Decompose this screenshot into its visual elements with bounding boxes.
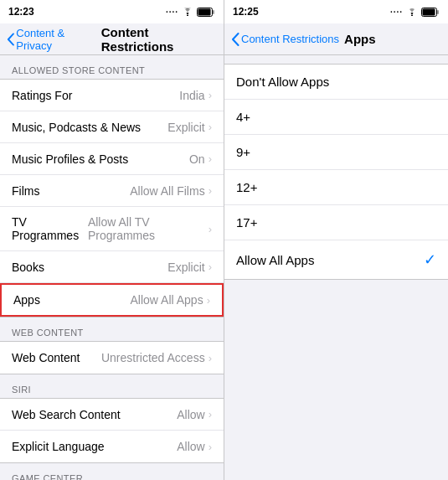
status-bar-right: 12:25 ···· bbox=[224, 0, 448, 23]
chevron-icon: › bbox=[209, 121, 212, 133]
signal-dots-right: ···· bbox=[390, 8, 403, 17]
chevron-icon: › bbox=[207, 294, 210, 307]
item-value-tv: Allow All TV Programmes › bbox=[88, 215, 212, 242]
section-header-3: GAME CENTER bbox=[0, 463, 224, 480]
section-header-2: SIRI bbox=[0, 374, 224, 398]
item-label-web-content: Web Content bbox=[12, 351, 80, 364]
apps-option-allow-all[interactable]: Allow All Apps ✓ bbox=[224, 240, 448, 279]
apps-option-label-3: 12+ bbox=[236, 180, 257, 194]
item-value-web-search: Allow › bbox=[177, 408, 212, 421]
svg-point-0 bbox=[187, 15, 188, 17]
chevron-left-icon bbox=[7, 33, 14, 46]
item-label-tv: TV Programmes bbox=[12, 215, 88, 242]
item-value-apps: Allow All Apps › bbox=[130, 293, 210, 307]
apps-option-label-4: 17+ bbox=[236, 215, 257, 230]
nav-bar-right[interactable]: Content Restrictions Apps bbox=[224, 23, 448, 55]
list-item-web-search[interactable]: Web Search Content Allow › bbox=[0, 399, 224, 431]
wifi-icon-right bbox=[406, 8, 418, 16]
apps-option-label-2: 9+ bbox=[236, 145, 250, 159]
apps-option-label-0: Don't Allow Apps bbox=[236, 75, 329, 89]
right-panel: 12:25 ···· Content Restrictions Apps bbox=[224, 0, 448, 480]
nav-title-right: Apps bbox=[344, 32, 376, 46]
chevron-icon: › bbox=[209, 184, 212, 197]
apps-option-9plus[interactable]: 9+ bbox=[224, 135, 448, 170]
apps-options-group: Don't Allow Apps 4+ 9+ 12+ 17+ Allow All… bbox=[224, 64, 448, 280]
left-panel: 12:23 ···· Content & Privacy Content Res bbox=[0, 0, 224, 480]
list-item-explicit-language[interactable]: Explicit Language Allow › bbox=[0, 431, 224, 462]
allowed-store-content-group: Ratings For India › Music, Podcasts & Ne… bbox=[0, 79, 224, 317]
back-label-left: Content & Privacy bbox=[16, 27, 97, 52]
item-value-music-profiles: On › bbox=[189, 152, 212, 166]
back-button-left[interactable]: Content & Privacy bbox=[7, 27, 98, 52]
section-header-0: ALLOWED STORE CONTENT bbox=[0, 55, 224, 79]
list-item-web-content[interactable]: Web Content Unrestricted Access › bbox=[0, 342, 224, 374]
checkmark-icon: ✓ bbox=[424, 250, 436, 269]
svg-rect-3 bbox=[198, 8, 211, 15]
list-item-books[interactable]: Books Explicit › bbox=[0, 251, 224, 283]
list-item-films[interactable]: Films Allow All Films › bbox=[0, 175, 224, 207]
item-label-ratings: Ratings For bbox=[12, 89, 72, 102]
web-content-group: Web Content Unrestricted Access › bbox=[0, 341, 224, 374]
item-label-books: Books bbox=[12, 261, 44, 274]
list-item-ratings[interactable]: Ratings For India › bbox=[0, 80, 224, 111]
back-button-right[interactable]: Content Restrictions bbox=[231, 33, 339, 46]
item-value-music: Explicit › bbox=[167, 121, 212, 134]
chevron-left-icon-right bbox=[231, 33, 239, 46]
svg-rect-7 bbox=[423, 8, 435, 15]
list-item-apps[interactable]: Apps Allow All Apps › bbox=[0, 283, 224, 317]
list-item-music[interactable]: Music, Podcasts & News Explicit › bbox=[0, 111, 224, 143]
status-icons-right: ···· bbox=[390, 8, 440, 17]
chevron-icon: › bbox=[209, 408, 212, 421]
chevron-icon: › bbox=[209, 441, 212, 453]
chevron-icon: › bbox=[209, 89, 212, 101]
item-value-ratings: India › bbox=[179, 89, 212, 102]
svg-point-4 bbox=[411, 15, 413, 17]
item-label-music-profiles: Music Profiles & Posts bbox=[12, 152, 128, 166]
item-value-films: Allow All Films › bbox=[130, 184, 212, 198]
item-label-apps: Apps bbox=[13, 293, 40, 307]
siri-group: Web Search Content Allow › Explicit Lang… bbox=[0, 398, 224, 463]
chevron-icon: › bbox=[209, 352, 212, 364]
item-label-films: Films bbox=[12, 184, 39, 198]
svg-rect-2 bbox=[213, 10, 214, 14]
nav-bar-left[interactable]: Content & Privacy Content Restrictions bbox=[0, 23, 224, 55]
svg-rect-6 bbox=[437, 10, 439, 14]
battery-icon-right bbox=[421, 8, 440, 17]
apps-option-label-5: Allow All Apps bbox=[236, 253, 314, 267]
section-header-1: WEB CONTENT bbox=[0, 317, 224, 341]
item-label-music: Music, Podcasts & News bbox=[12, 121, 141, 134]
time-left: 12:23 bbox=[8, 6, 34, 18]
chevron-icon: › bbox=[209, 223, 212, 235]
item-label-explicit-language: Explicit Language bbox=[12, 440, 105, 453]
status-bar-left: 12:23 ···· bbox=[0, 0, 224, 23]
signal-dots: ···· bbox=[166, 8, 178, 17]
item-value-web-content: Unrestricted Access › bbox=[101, 351, 212, 364]
apps-option-12plus[interactable]: 12+ bbox=[224, 170, 448, 205]
list-item-music-profiles[interactable]: Music Profiles & Posts On › bbox=[0, 143, 224, 175]
status-icons-left: ···· bbox=[166, 8, 215, 17]
item-value-explicit-language: Allow › bbox=[177, 440, 212, 453]
apps-option-label-1: 4+ bbox=[236, 110, 250, 124]
nav-title-left: Content Restrictions bbox=[101, 25, 217, 54]
apps-option-dont-allow[interactable]: Don't Allow Apps bbox=[224, 65, 448, 100]
list-item-tv[interactable]: TV Programmes Allow All TV Programmes › bbox=[0, 207, 224, 251]
apps-option-4plus[interactable]: 4+ bbox=[224, 100, 448, 135]
item-value-books: Explicit › bbox=[167, 261, 212, 274]
chevron-icon: › bbox=[209, 152, 212, 165]
time-right: 12:25 bbox=[233, 6, 259, 18]
battery-icon bbox=[197, 8, 215, 17]
back-label-right: Content Restrictions bbox=[241, 33, 339, 45]
left-scroll: ALLOWED STORE CONTENT Ratings For India … bbox=[0, 55, 224, 480]
wifi-icon bbox=[182, 8, 193, 16]
item-label-web-search: Web Search Content bbox=[12, 408, 121, 421]
apps-option-17plus[interactable]: 17+ bbox=[224, 205, 448, 240]
chevron-icon: › bbox=[209, 261, 212, 273]
